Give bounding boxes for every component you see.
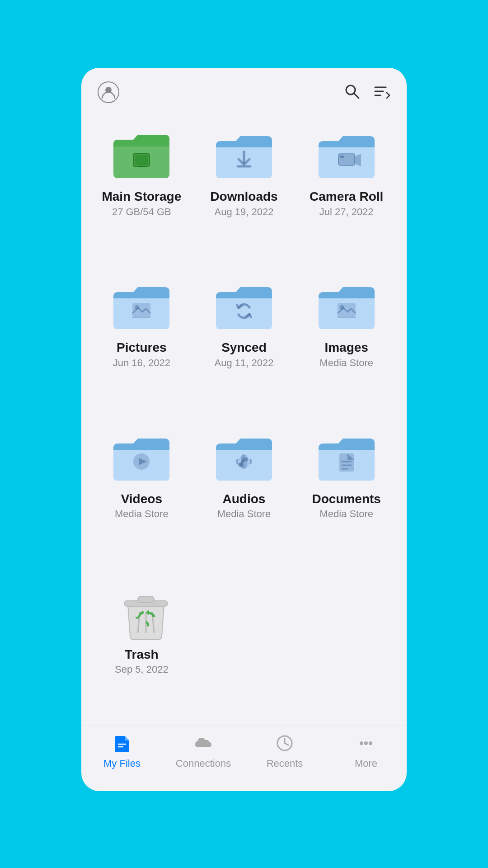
clock-icon (275, 733, 295, 755)
images-icon (315, 279, 378, 334)
videos-subtitle: Media Store (115, 508, 169, 520)
bottom-nav: My Files Connections Recents More (81, 726, 407, 782)
search-icon[interactable] (343, 83, 361, 102)
file-item-main-storage[interactable]: Main Storage 27 GB/54 GB (90, 121, 193, 268)
audios-name: Audios (223, 491, 266, 507)
nav-item-connections[interactable]: Connections (172, 733, 235, 769)
svg-line-36 (285, 743, 288, 745)
file-item-videos[interactable]: Videos Media Store (90, 424, 193, 570)
downloads-name: Downloads (210, 189, 277, 204)
svg-line-2 (354, 94, 359, 98)
camera-roll-name: Camera Roll (310, 189, 383, 204)
sort-icon[interactable] (373, 83, 390, 102)
videos-icon (110, 431, 173, 485)
file-item-images[interactable]: Images Media Store (295, 272, 398, 419)
svg-rect-7 (135, 155, 148, 165)
camera-roll-icon (315, 128, 378, 183)
downloads-subtitle: Aug 19, 2022 (215, 206, 274, 218)
file-item-audios[interactable]: Audios Media Store (193, 424, 296, 570)
images-subtitle: Media Store (319, 357, 373, 369)
synced-icon (212, 279, 276, 334)
file-item-pictures[interactable]: Pictures Jun 16, 2022 (90, 272, 193, 419)
file-icon (112, 733, 132, 755)
main-card: Main Storage 27 GB/54 GB Downloads Aug 1… (81, 68, 407, 791)
svg-point-22 (238, 462, 243, 467)
nav-label-my files: My Files (103, 758, 141, 769)
nav-item-more[interactable]: More (334, 733, 398, 769)
svg-rect-8 (138, 166, 145, 167)
nav-label-more: More (355, 758, 377, 769)
documents-name: Documents (312, 491, 380, 507)
svg-point-37 (360, 741, 363, 745)
file-item-trash[interactable]: Trash Sep 5, 2022 (90, 575, 193, 726)
svg-point-38 (364, 741, 368, 745)
camera-roll-subtitle: Jul 27, 2022 (319, 206, 374, 218)
nav-item-recents[interactable]: Recents (253, 733, 316, 769)
file-item-synced[interactable]: Synced Aug 11, 2022 (193, 272, 296, 419)
videos-name: Videos (121, 491, 162, 507)
header-icons (343, 83, 390, 102)
audios-subtitle: Media Store (217, 508, 271, 520)
pictures-icon (110, 279, 173, 334)
synced-subtitle: Aug 11, 2022 (215, 357, 274, 369)
nav-item-my-files[interactable]: My Files (90, 733, 154, 769)
file-item-camera-roll[interactable]: Camera Roll Jul 27, 2022 (295, 121, 398, 268)
svg-rect-11 (338, 154, 355, 165)
documents-icon (315, 431, 378, 485)
svg-rect-28 (138, 596, 154, 603)
svg-rect-13 (340, 156, 344, 158)
trash-name: Trash (125, 647, 159, 662)
file-item-documents[interactable]: Documents Media Store (295, 424, 398, 570)
trash-subtitle: Sep 5, 2022 (115, 664, 169, 675)
main-storage-name: Main Storage (102, 189, 181, 204)
file-item-downloads[interactable]: Downloads Aug 19, 2022 (193, 121, 296, 268)
trash-icon (114, 582, 169, 641)
pictures-subtitle: Jun 16, 2022 (113, 357, 170, 369)
downloads-icon (212, 128, 276, 183)
main-storage-icon (110, 128, 173, 183)
images-name: Images (324, 340, 368, 355)
documents-subtitle: Media Store (319, 508, 373, 520)
audios-icon (212, 431, 276, 485)
nav-label-recents: Recents (267, 758, 303, 769)
synced-name: Synced (221, 340, 267, 355)
more-icon (356, 733, 376, 755)
pictures-name: Pictures (117, 340, 167, 355)
cloud-icon (193, 733, 213, 755)
avatar-icon[interactable] (98, 81, 119, 103)
header (81, 68, 407, 112)
svg-point-39 (369, 741, 372, 745)
nav-label-connections: Connections (176, 758, 231, 769)
main-storage-subtitle: 27 GB/54 GB (112, 206, 171, 218)
file-grid: Main Storage 27 GB/54 GB Downloads Aug 1… (81, 112, 407, 726)
